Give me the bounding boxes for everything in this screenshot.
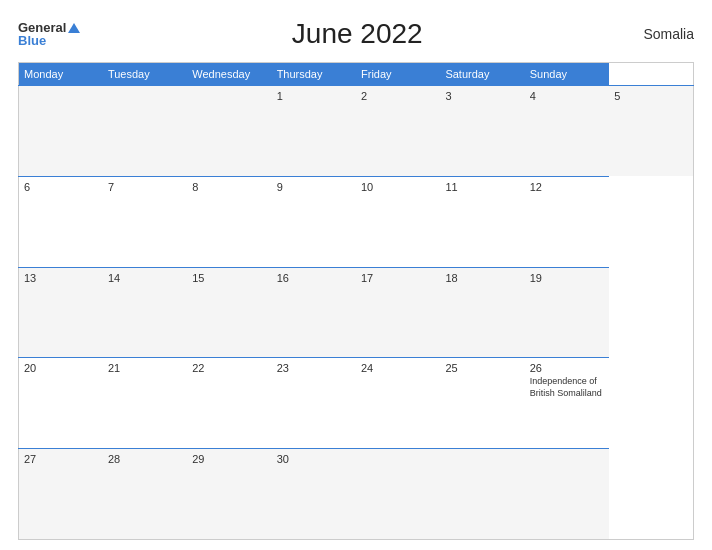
- calendar-table: Monday Tuesday Wednesday Thursday Friday…: [18, 62, 694, 540]
- day-number: 3: [445, 90, 519, 102]
- day-number: 27: [24, 453, 98, 465]
- calendar-cell: 9: [272, 176, 356, 267]
- calendar-cell: [19, 86, 103, 177]
- logo: General Blue: [18, 21, 80, 47]
- calendar-cell: 13: [19, 267, 103, 358]
- day-number: 20: [24, 362, 98, 374]
- logo-triangle-icon: [68, 23, 80, 33]
- calendar-cell: 28: [103, 449, 187, 540]
- calendar-cell: [187, 86, 271, 177]
- calendar-cell: [440, 449, 524, 540]
- calendar-cell: 26Independence of British Somaliland: [525, 358, 609, 449]
- calendar-cell: 15: [187, 267, 271, 358]
- header-friday: Friday: [356, 63, 440, 86]
- day-number: 22: [192, 362, 266, 374]
- calendar-cell: 8: [187, 176, 271, 267]
- day-number: 18: [445, 272, 519, 284]
- day-number: 11: [445, 181, 519, 193]
- day-number: 5: [614, 90, 688, 102]
- calendar-cell: 21: [103, 358, 187, 449]
- day-number: 19: [530, 272, 604, 284]
- calendar-cell: 27: [19, 449, 103, 540]
- day-number: 2: [361, 90, 435, 102]
- calendar-cell: 30: [272, 449, 356, 540]
- day-event: Independence of British Somaliland: [530, 376, 604, 399]
- day-number: 29: [192, 453, 266, 465]
- calendar-title: June 2022: [80, 18, 634, 50]
- day-number: 10: [361, 181, 435, 193]
- header-sunday: Sunday: [525, 63, 609, 86]
- calendar-cell: 20: [19, 358, 103, 449]
- day-number: 8: [192, 181, 266, 193]
- calendar-week-row: 27282930: [19, 449, 694, 540]
- calendar-page: General Blue June 2022 Somalia Monday Tu…: [0, 0, 712, 550]
- day-number: 28: [108, 453, 182, 465]
- calendar-cell: 14: [103, 267, 187, 358]
- day-number: 15: [192, 272, 266, 284]
- calendar-cell: 29: [187, 449, 271, 540]
- calendar-cell: 6: [19, 176, 103, 267]
- calendar-cell: 23: [272, 358, 356, 449]
- calendar-cell: [356, 449, 440, 540]
- calendar-cell: 24: [356, 358, 440, 449]
- calendar-cell: 10: [356, 176, 440, 267]
- day-number: 30: [277, 453, 351, 465]
- calendar-cell: [525, 449, 609, 540]
- calendar-cell: 25: [440, 358, 524, 449]
- calendar-cell: 11: [440, 176, 524, 267]
- header-wednesday: Wednesday: [187, 63, 271, 86]
- calendar-week-row: 13141516171819: [19, 267, 694, 358]
- calendar-week-row: 20212223242526Independence of British So…: [19, 358, 694, 449]
- calendar-cell: 5: [609, 86, 693, 177]
- calendar-cell: 12: [525, 176, 609, 267]
- day-number: 14: [108, 272, 182, 284]
- header: General Blue June 2022 Somalia: [18, 18, 694, 50]
- weekday-header-row: Monday Tuesday Wednesday Thursday Friday…: [19, 63, 694, 86]
- calendar-cell: 19: [525, 267, 609, 358]
- calendar-cell: 16: [272, 267, 356, 358]
- calendar-cell: 3: [440, 86, 524, 177]
- logo-blue-text: Blue: [18, 34, 80, 47]
- day-number: 23: [277, 362, 351, 374]
- calendar-cell: 18: [440, 267, 524, 358]
- day-number: 17: [361, 272, 435, 284]
- day-number: 24: [361, 362, 435, 374]
- calendar-cell: 17: [356, 267, 440, 358]
- day-number: 7: [108, 181, 182, 193]
- country-label: Somalia: [634, 26, 694, 42]
- calendar-cell: 7: [103, 176, 187, 267]
- calendar-cell: 2: [356, 86, 440, 177]
- calendar-cell: 1: [272, 86, 356, 177]
- day-number: 1: [277, 90, 351, 102]
- calendar-cell: 22: [187, 358, 271, 449]
- day-number: 25: [445, 362, 519, 374]
- day-number: 16: [277, 272, 351, 284]
- calendar-cell: 4: [525, 86, 609, 177]
- calendar-week-row: 6789101112: [19, 176, 694, 267]
- calendar-week-row: 12345: [19, 86, 694, 177]
- day-number: 4: [530, 90, 604, 102]
- calendar-cell: [103, 86, 187, 177]
- header-monday: Monday: [19, 63, 103, 86]
- day-number: 6: [24, 181, 98, 193]
- header-saturday: Saturday: [440, 63, 524, 86]
- day-number: 21: [108, 362, 182, 374]
- day-number: 9: [277, 181, 351, 193]
- header-tuesday: Tuesday: [103, 63, 187, 86]
- day-number: 12: [530, 181, 604, 193]
- day-number: 13: [24, 272, 98, 284]
- header-thursday: Thursday: [272, 63, 356, 86]
- day-number: 26: [530, 362, 604, 374]
